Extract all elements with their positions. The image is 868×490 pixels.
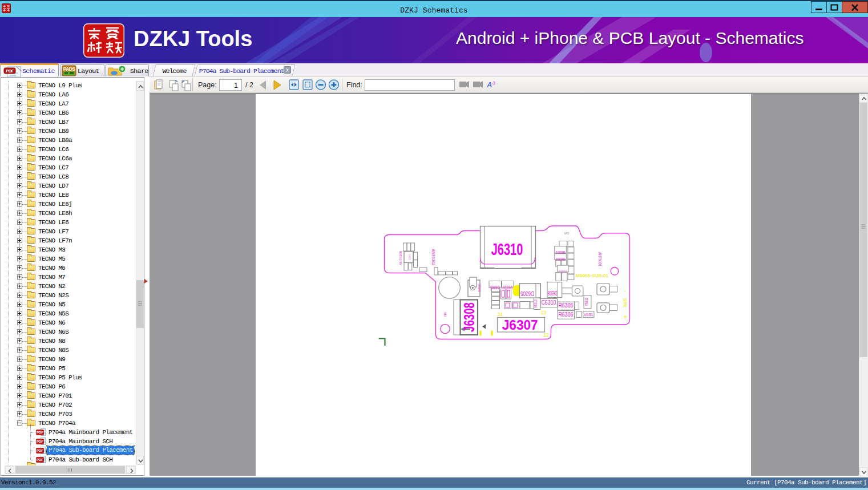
svg-text:B6301: B6301	[556, 250, 565, 255]
svg-text:C6310: C6310	[542, 299, 556, 306]
svg-text:J6308: J6308	[461, 302, 478, 332]
svg-text:D6305: D6305	[520, 290, 534, 297]
svg-text:ANT6302: ANT6302	[431, 249, 435, 265]
svg-text:13: 13	[541, 310, 547, 315]
svg-text:24: 24	[498, 311, 503, 317]
svg-text:V6315: V6315	[503, 285, 512, 290]
svg-text:PADS: PADS	[63, 66, 76, 72]
svg-text:+: +	[622, 315, 629, 318]
svg-text:B6302: B6302	[556, 257, 565, 262]
svg-text:SPK: SPK	[622, 298, 628, 307]
svg-text:M6955-SUB-01: M6955-SUB-01	[576, 273, 608, 278]
svg-text:M2: M2	[443, 313, 447, 317]
svg-text:M3: M3	[564, 232, 570, 235]
svg-text:R6305: R6305	[559, 302, 574, 309]
svg-text:ANT6300: ANT6300	[399, 250, 402, 265]
svg-text:R6306: R6306	[559, 311, 574, 318]
svg-text:V6313: V6313	[584, 297, 588, 306]
svg-text:A: A	[486, 80, 492, 89]
svg-text:C6305: C6305	[490, 285, 500, 290]
svg-text:J6307: J6307	[502, 318, 538, 333]
svg-text:V631: V631	[584, 312, 593, 317]
svg-text:-: -	[623, 290, 629, 293]
svg-text:D6306: D6306	[548, 290, 558, 297]
svg-text:V6313: V6313	[534, 299, 538, 308]
svg-text:L6303: L6303	[559, 269, 567, 273]
svg-text:12: 12	[543, 332, 549, 338]
svg-text:a: a	[492, 80, 495, 86]
svg-text:ANT6301: ANT6301	[598, 252, 602, 266]
svg-text:PDF: PDF	[6, 68, 14, 74]
svg-text:U6340: U6340	[478, 284, 481, 292]
svg-text:J6310: J6310	[491, 240, 523, 258]
svg-text:U63: U63	[408, 254, 411, 260]
